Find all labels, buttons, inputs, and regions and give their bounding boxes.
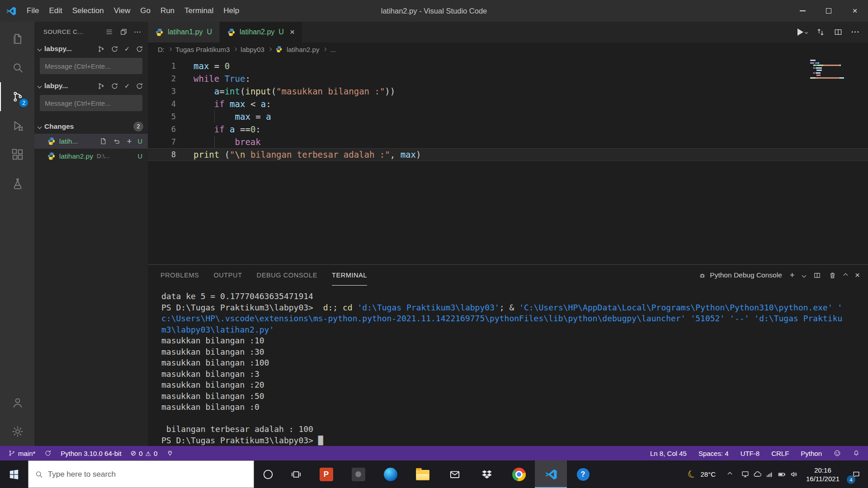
line-number[interactable]: 1 (148, 60, 176, 72)
code-line[interactable]: 1max = 0 (148, 60, 868, 72)
taskbar-get-help[interactable] (567, 460, 599, 488)
taskbar-clock[interactable]: 20:16 16/11/2021 (801, 460, 844, 488)
tab-latihan2[interactable]: latihan2.py U (220, 22, 302, 42)
commit-graph-icon[interactable] (97, 45, 105, 53)
tray-expand-button[interactable] (721, 460, 738, 488)
commit-message-input[interactable] (40, 95, 142, 111)
task-view-button[interactable] (282, 460, 310, 488)
menu-edit[interactable]: Edit (44, 0, 67, 22)
sync-changes-icon[interactable] (816, 28, 825, 37)
code-line[interactable]: 2while True: (148, 72, 868, 85)
search-icon[interactable] (0, 53, 34, 82)
breadcrumb-item[interactable]: D: (158, 46, 165, 53)
line-number[interactable]: 4 (148, 98, 176, 110)
line-number[interactable]: 2 (148, 72, 176, 85)
taskbar-pinned-app[interactable] (342, 460, 374, 488)
restore-button[interactable] (816, 0, 842, 22)
code-line[interactable]: 7 break (148, 136, 868, 148)
close-button[interactable] (842, 0, 868, 22)
panel-tab-problems[interactable]: PROBLEMS (160, 265, 199, 286)
action-center-button[interactable]: 4 (844, 460, 868, 488)
stage-changes-icon[interactable] (127, 136, 132, 146)
taskbar-file-explorer[interactable] (406, 460, 439, 488)
kill-terminal-icon[interactable] (829, 272, 836, 279)
menu-terminal[interactable]: Terminal (179, 0, 218, 22)
taskbar-chrome[interactable] (503, 460, 535, 488)
line-number[interactable]: 6 (148, 123, 176, 136)
line-number[interactable]: 3 (148, 85, 176, 98)
taskbar-dropbox[interactable] (471, 460, 503, 488)
cursor-position-status[interactable]: Ln 8, Col 45 (650, 450, 687, 457)
run-python-file-icon[interactable] (797, 28, 807, 36)
refresh-icon[interactable] (136, 45, 143, 53)
source-control-icon[interactable]: 2 (0, 82, 34, 111)
panel-tab-debug-console[interactable]: DEBUG CONSOLE (257, 265, 317, 286)
changed-file-row[interactable]: latih... U (34, 134, 148, 149)
sync-icon[interactable] (44, 450, 52, 457)
sync-icon[interactable] (111, 45, 118, 53)
maximize-panel-icon[interactable] (843, 273, 848, 277)
indentation-status[interactable]: Spaces: 4 (698, 450, 729, 457)
code-line[interactable]: 6 if a ==0: (148, 123, 868, 136)
new-terminal-icon[interactable] (790, 270, 795, 280)
code-editor[interactable]: 1max = 02while True:3 a=int(input("masuk… (148, 56, 868, 264)
menu-help[interactable]: Help (218, 0, 244, 22)
menu-run[interactable]: Run (156, 0, 179, 22)
repo-row-labpy[interactable]: labpy... (34, 79, 148, 93)
open-file-icon[interactable] (99, 137, 107, 145)
minimize-button[interactable] (789, 0, 816, 22)
notifications-bell-icon[interactable] (853, 450, 860, 457)
tab-latihan1[interactable]: latihan1.py U (148, 22, 220, 42)
line-number[interactable]: 5 (148, 110, 176, 123)
tray-monitor-icon[interactable] (741, 470, 750, 479)
taskbar-mail[interactable] (439, 460, 471, 488)
panel-tab-output[interactable]: OUTPUT (213, 265, 242, 286)
cortana-button[interactable] (254, 460, 282, 488)
language-mode-status[interactable]: Python (801, 450, 822, 457)
taskbar-vscode[interactable] (535, 460, 567, 488)
code-line[interactable]: 5 max = a (148, 110, 868, 123)
taskbar-weather[interactable]: 28°C (682, 460, 721, 488)
problems-status[interactable]: 0 0 (131, 449, 158, 457)
sync-icon[interactable] (111, 82, 118, 90)
search-input[interactable] (48, 470, 247, 479)
extensions-icon[interactable] (0, 140, 34, 169)
terminal-shell-selector[interactable]: Python Debug Console (698, 271, 782, 279)
start-button[interactable] (0, 460, 28, 488)
encoding-status[interactable]: UTF-8 (741, 450, 760, 457)
line-number[interactable]: 7 (148, 136, 176, 148)
commit-check-icon[interactable] (124, 82, 130, 90)
feedback-smiley-icon[interactable] (834, 450, 841, 457)
python-interpreter-status[interactable]: Python 3.10.0 64-bit (61, 450, 121, 457)
tray-network-icon[interactable] (765, 470, 774, 479)
code-line[interactable]: 4 if max < a: (148, 98, 868, 110)
menu-view[interactable]: View (109, 0, 136, 22)
editor-more-actions-icon[interactable] (851, 28, 860, 36)
tray-onedrive-cloud-icon[interactable] (753, 470, 762, 479)
menu-selection[interactable]: Selection (67, 0, 109, 22)
terminal-output[interactable]: data ke 5 = 0.17770463635471914PS D:\Tug… (148, 286, 868, 446)
menu-file[interactable]: File (22, 0, 44, 22)
close-tab-icon[interactable] (290, 27, 295, 37)
explorer-icon[interactable] (0, 24, 34, 53)
panel-tab-terminal[interactable]: TERMINAL (332, 265, 367, 286)
commit-graph-icon[interactable] (97, 82, 105, 90)
tray-volume-icon[interactable] (790, 470, 798, 479)
run-debug-icon[interactable] (0, 111, 34, 140)
breadcrumb-item[interactable]: latihan2.py (287, 46, 320, 53)
terminal-dropdown-icon[interactable] (802, 273, 806, 277)
split-editor-icon[interactable] (834, 28, 843, 37)
discard-changes-icon[interactable] (113, 137, 121, 145)
breadcrumb-item[interactable]: labpy03 (241, 46, 264, 53)
repositories-icon[interactable] (120, 28, 127, 36)
line-number[interactable]: 8 (148, 148, 176, 161)
account-icon[interactable] (0, 388, 34, 417)
view-as-tree-icon[interactable] (105, 28, 113, 36)
close-panel-icon[interactable] (855, 270, 860, 280)
commit-check-icon[interactable] (124, 45, 130, 53)
eol-status[interactable]: CRLF (771, 450, 789, 457)
breadcrumb-item[interactable]: ... (330, 46, 336, 53)
minimap[interactable] (810, 60, 861, 80)
changes-section-header[interactable]: Changes 2 (34, 119, 148, 134)
commit-message-input[interactable] (40, 58, 142, 74)
